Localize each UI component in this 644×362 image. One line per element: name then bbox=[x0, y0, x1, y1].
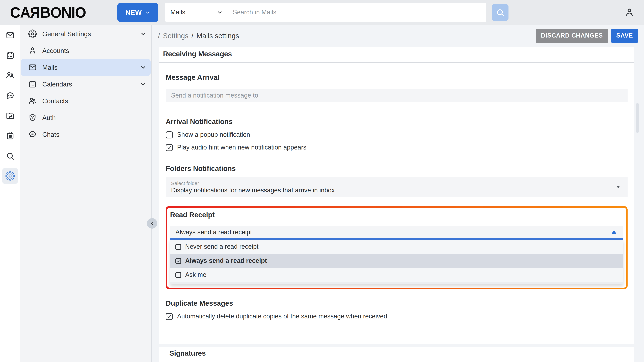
chat-icon bbox=[28, 130, 37, 139]
duplicate-delete-checkbox-row[interactable]: Automatically delete duplicate copies of… bbox=[166, 313, 628, 320]
checkbox-unchecked-icon bbox=[176, 244, 181, 250]
vertical-scrollbar-thumb[interactable] bbox=[636, 103, 639, 133]
breadcrumb: / Settings / Mails settings bbox=[158, 32, 239, 40]
sidebar-item-chats[interactable]: Chats bbox=[20, 126, 151, 143]
duplicate-messages-heading: Duplicate Messages bbox=[166, 299, 628, 307]
dropdown-option-never[interactable]: Never send a read receipt bbox=[170, 240, 623, 254]
checkbox-unchecked-icon[interactable] bbox=[166, 131, 173, 138]
rail-search-icon[interactable] bbox=[2, 148, 18, 164]
popup-notification-checkbox-row[interactable]: Show a popup notification bbox=[166, 131, 628, 138]
rail-settings-icon[interactable] bbox=[2, 168, 18, 184]
gear-icon bbox=[28, 29, 37, 38]
search-button[interactable] bbox=[492, 4, 508, 21]
read-receipt-highlight-box: Read Receipt Always send a read receipt … bbox=[166, 206, 628, 289]
account-avatar-button[interactable] bbox=[624, 7, 634, 17]
shield-icon bbox=[28, 113, 37, 122]
dropdown-option-ask-me[interactable]: Ask me bbox=[170, 268, 623, 282]
sidebar-item-calendars[interactable]: Calendars bbox=[20, 76, 151, 92]
read-receipt-heading: Read Receipt bbox=[170, 208, 623, 219]
caret-up-icon bbox=[611, 229, 617, 236]
chevron-down-icon bbox=[217, 9, 223, 15]
notification-message-input[interactable]: Send a notification message to bbox=[166, 89, 628, 102]
sidebar-collapse-button[interactable] bbox=[147, 218, 157, 229]
app-rail bbox=[0, 25, 20, 362]
breadcrumb-row: / Settings / Mails settings DISCARD CHAN… bbox=[152, 25, 644, 46]
top-bar: CARBONIO NEW Mails Search in Mails bbox=[0, 0, 644, 25]
dropdown-option-always[interactable]: Always send a read receipt bbox=[170, 254, 623, 268]
mail-icon bbox=[28, 63, 37, 72]
app-shell: General Settings Accounts Mails Calendar… bbox=[0, 25, 644, 362]
search-icon bbox=[496, 8, 505, 17]
section-title: Receiving Messages bbox=[159, 46, 634, 62]
chevron-down-icon[interactable] bbox=[140, 64, 146, 71]
folder-select[interactable]: Select folder Display notifications for … bbox=[166, 177, 628, 197]
rail-chat-icon[interactable] bbox=[2, 87, 18, 104]
discard-changes-button[interactable]: DISCARD CHANGES bbox=[536, 29, 608, 43]
divider bbox=[159, 62, 634, 63]
calendar-icon bbox=[28, 80, 37, 89]
signatures-heading: Signatures bbox=[159, 347, 634, 360]
rail-tasks-icon[interactable] bbox=[2, 128, 18, 144]
divider bbox=[159, 360, 634, 360]
person-icon bbox=[28, 46, 37, 55]
checkbox-checked-icon[interactable] bbox=[166, 144, 173, 151]
message-arrival-heading: Message Arrival bbox=[166, 73, 628, 81]
save-button[interactable]: SAVE bbox=[611, 29, 638, 43]
breadcrumb-current: Mails settings bbox=[196, 32, 239, 40]
rail-files-icon[interactable] bbox=[2, 108, 18, 124]
sidebar-item-contacts[interactable]: Contacts bbox=[20, 92, 151, 109]
settings-gear-icon bbox=[5, 171, 15, 181]
rail-calendar-icon[interactable] bbox=[2, 47, 18, 63]
dropdown-bottom-shadow bbox=[170, 282, 623, 284]
sidebar-item-accounts[interactable]: Accounts bbox=[20, 42, 151, 59]
person-icon bbox=[624, 7, 634, 17]
checkbox-unchecked-icon bbox=[176, 272, 181, 278]
rail-mail-icon[interactable] bbox=[2, 27, 18, 43]
checkbox-checked-icon[interactable] bbox=[166, 313, 173, 320]
breadcrumb-settings[interactable]: Settings bbox=[163, 32, 188, 40]
arrival-notifications-heading: Arrival Notifications bbox=[166, 118, 628, 126]
folders-notifications-heading: Folders Notifications bbox=[166, 165, 628, 173]
read-receipt-dropdown: Never send a read receipt Always send a … bbox=[170, 240, 623, 284]
audio-hint-checkbox-row[interactable]: Play audio hint when new notification ap… bbox=[166, 144, 628, 151]
checkbox-checked-icon bbox=[176, 258, 181, 264]
sidebar-item-mails[interactable]: Mails bbox=[21, 59, 150, 76]
chevron-left-icon bbox=[149, 221, 155, 226]
carbonio-logo: CARBONIO bbox=[10, 4, 107, 21]
sidebar-item-general-settings[interactable]: General Settings bbox=[20, 25, 151, 42]
search-bar: Mails Search in Mails bbox=[165, 3, 486, 22]
search-input[interactable]: Search in Mails bbox=[228, 3, 486, 22]
search-scope-select[interactable]: Mails bbox=[165, 3, 228, 22]
chevron-down-icon[interactable] bbox=[140, 81, 146, 87]
chevron-down-icon bbox=[144, 9, 150, 15]
people-icon bbox=[28, 96, 37, 105]
receiving-messages-card: Receiving Messages Message Arrival Send … bbox=[159, 46, 634, 344]
read-receipt-select[interactable]: Always send a read receipt bbox=[170, 226, 623, 240]
settings-sidebar: General Settings Accounts Mails Calendar… bbox=[20, 25, 152, 362]
carbonio-app: CARBONIO NEW Mails Search in Mails bbox=[0, 0, 644, 362]
sidebar-item-auth[interactable]: Auth bbox=[20, 109, 151, 126]
new-button[interactable]: NEW bbox=[118, 3, 158, 22]
caret-down-icon bbox=[615, 184, 622, 190]
rail-contacts-icon[interactable] bbox=[2, 67, 18, 83]
signatures-card: Signatures bbox=[159, 347, 634, 362]
settings-main: / Settings / Mails settings DISCARD CHAN… bbox=[152, 25, 644, 362]
chevron-down-icon[interactable] bbox=[140, 30, 146, 37]
